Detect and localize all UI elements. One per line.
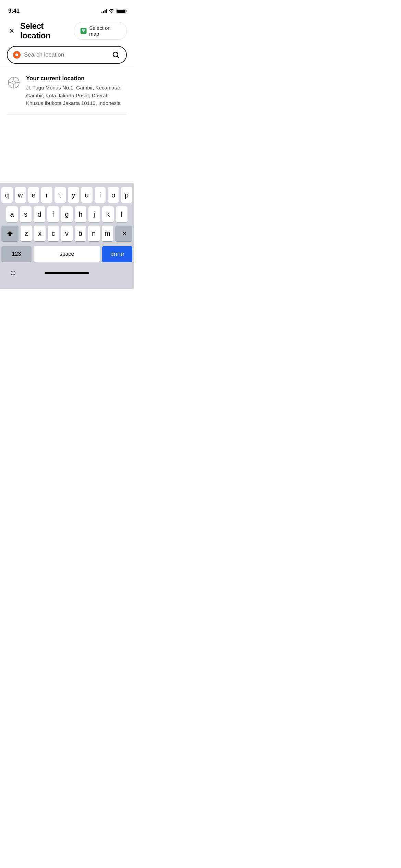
key-done[interactable]: done bbox=[102, 246, 132, 262]
key-e[interactable]: e bbox=[28, 187, 39, 203]
key-t[interactable]: t bbox=[54, 187, 66, 203]
keyboard-rows: q w e r t y u i o p a s d f g h j k l bbox=[0, 183, 134, 246]
search-bar-container bbox=[0, 46, 134, 68]
close-icon bbox=[9, 28, 15, 34]
key-numbers[interactable]: 123 bbox=[1, 246, 32, 262]
key-l[interactable]: l bbox=[116, 206, 127, 222]
key-space[interactable]: space bbox=[34, 246, 100, 262]
keyboard[interactable]: q w e r t y u i o p a s d f g h j k l bbox=[0, 183, 134, 289]
key-p[interactable]: p bbox=[121, 187, 132, 203]
key-y[interactable]: y bbox=[68, 187, 79, 203]
key-w[interactable]: w bbox=[15, 187, 26, 203]
header: Select location Select on map bbox=[0, 17, 134, 46]
current-location-address: Jl. Tugu Monas No.1, Gambir, Kecamatan G… bbox=[26, 84, 127, 107]
key-h[interactable]: h bbox=[75, 206, 86, 222]
key-q[interactable]: q bbox=[1, 187, 13, 203]
close-button[interactable] bbox=[7, 26, 16, 36]
status-bar: 9:41 bbox=[0, 0, 134, 17]
page-title: Select location bbox=[20, 21, 74, 40]
key-m[interactable]: m bbox=[102, 226, 113, 241]
key-a[interactable]: a bbox=[6, 206, 18, 222]
map-pin-icon bbox=[80, 27, 87, 35]
search-icon-button[interactable] bbox=[111, 50, 121, 60]
crosshair-icon bbox=[7, 76, 21, 89]
key-g[interactable]: g bbox=[61, 206, 73, 222]
select-on-map-button[interactable]: Select on map bbox=[74, 22, 127, 40]
key-x[interactable]: x bbox=[34, 226, 45, 241]
search-icon bbox=[112, 51, 120, 59]
key-delete[interactable] bbox=[115, 226, 132, 241]
key-n[interactable]: n bbox=[88, 226, 99, 241]
search-bar[interactable] bbox=[7, 46, 127, 64]
svg-line-5 bbox=[118, 57, 119, 58]
location-dot-icon bbox=[13, 51, 21, 59]
status-icons bbox=[101, 9, 126, 13]
status-time: 9:41 bbox=[8, 8, 20, 14]
current-location-title: Your current location bbox=[26, 75, 127, 82]
key-o[interactable]: o bbox=[108, 187, 119, 203]
key-d[interactable]: d bbox=[34, 206, 45, 222]
current-location-section[interactable]: Your current location Jl. Tugu Monas No.… bbox=[0, 68, 134, 114]
key-b[interactable]: b bbox=[75, 226, 86, 241]
search-input[interactable] bbox=[24, 51, 108, 58]
key-j[interactable]: j bbox=[88, 206, 100, 222]
key-s[interactable]: s bbox=[20, 206, 32, 222]
svg-point-3 bbox=[83, 29, 84, 31]
header-left: Select location bbox=[7, 21, 74, 40]
keyboard-row-1: q w e r t y u i o p bbox=[1, 187, 132, 203]
key-c[interactable]: c bbox=[48, 226, 59, 241]
key-shift[interactable] bbox=[1, 226, 19, 241]
key-k[interactable]: k bbox=[102, 206, 114, 222]
key-v[interactable]: v bbox=[61, 226, 72, 241]
signal-icon bbox=[101, 9, 107, 13]
select-on-map-label: Select on map bbox=[89, 25, 121, 37]
key-i[interactable]: i bbox=[95, 187, 106, 203]
key-r[interactable]: r bbox=[41, 187, 52, 203]
svg-point-7 bbox=[12, 81, 15, 84]
battery-icon bbox=[117, 9, 125, 13]
home-indicator bbox=[45, 272, 89, 274]
emoji-button[interactable]: ☺ bbox=[7, 267, 19, 279]
keyboard-row-3: z x c v b n m bbox=[1, 226, 132, 241]
keyboard-row-2: a s d f g h j k l bbox=[1, 206, 132, 222]
key-f[interactable]: f bbox=[47, 206, 59, 222]
wifi-icon bbox=[109, 9, 114, 13]
keyboard-bottom-bar: ☺ bbox=[0, 265, 134, 289]
key-u[interactable]: u bbox=[81, 187, 93, 203]
key-z[interactable]: z bbox=[21, 226, 32, 241]
location-text-block: Your current location Jl. Tugu Monas No.… bbox=[26, 75, 127, 107]
keyboard-special-row: 123 space done bbox=[1, 246, 132, 262]
